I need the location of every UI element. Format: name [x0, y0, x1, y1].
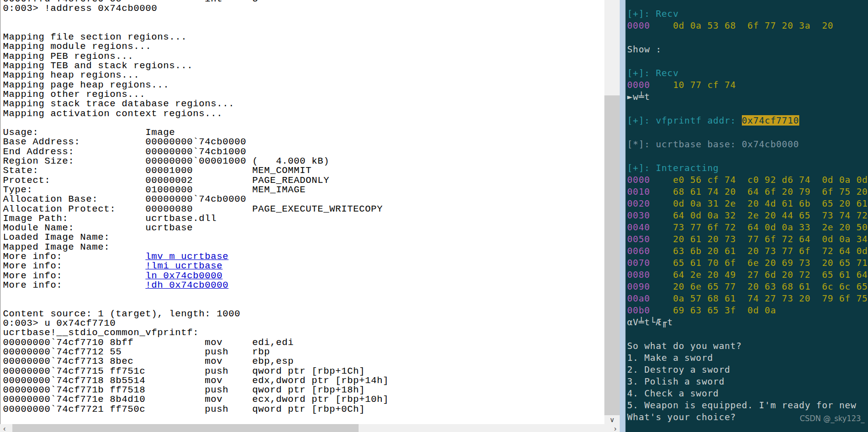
terminal-pane[interactable]: [+]: Recv0000 0d 0a 53 68 6f 77 20 3a 20… — [626, 0, 868, 432]
hexdump-row: 00b0 69 63 65 3f 0d 0a — [627, 304, 868, 316]
terminal-output-text: [+]: Recv0000 0d 0a 53 68 6f 77 20 3a 20… — [627, 8, 868, 423]
hex-offset: 0040 — [627, 222, 650, 232]
windbg-output-pane[interactable]: 00007ffd`74cf67e0 cc int 30:003> !addres… — [0, 0, 605, 424]
windbg-more-info-line: More info: !dh 0x74cb0000 — [3, 281, 389, 290]
hex-offset: 0050 — [627, 234, 650, 244]
terminal-line: 2. Destroy a sword — [627, 364, 868, 376]
hex-offset: 0000 — [627, 174, 650, 185]
hex-offset: 00a0 — [627, 293, 650, 303]
windbg-line: Mapping stack trace database regions... — [3, 99, 389, 109]
horizontal-scrollbar[interactable]: ‹ › — [0, 424, 620, 432]
status-tag-line: [+]: Recv — [627, 8, 679, 19]
windbg-line — [3, 14, 389, 23]
windbg-line: 0:003> !address 0x74cb0000 — [3, 4, 389, 13]
terminal-line: [+]: Interacting — [627, 162, 868, 174]
terminal-line: So what do you want? — [627, 340, 868, 352]
hex-offset: 0000 — [627, 80, 650, 90]
terminal-line — [627, 150, 868, 162]
terminal-line — [627, 328, 868, 340]
status-tag-line: [+]: Interacting — [627, 163, 719, 173]
hex-offset: 0030 — [627, 210, 650, 220]
chevron-down-icon: ∨ — [609, 416, 614, 423]
hex-bytes: 20 6e 65 77 20 63 68 61 6c 6c 65 — [650, 281, 868, 292]
terminal-line — [627, 55, 868, 67]
hexdump-row: 0070 65 61 70 6f 6e 20 69 73 20 65 71 — [627, 257, 868, 269]
hexdump-row: 0000 0d 0a 53 68 6f 77 20 3a 20 — [627, 20, 868, 32]
terminal-line: [+]: vfprintf addr: 0x74cf7710 — [627, 115, 868, 127]
hexdump-row: 0090 20 6e 65 77 20 63 68 61 6c 6c 65 — [627, 281, 868, 293]
windbg-line — [3, 290, 389, 300]
terminal-line — [627, 103, 868, 115]
windbg-line: Allocation Protect: 00000080 PAGE_EXECUT… — [3, 205, 389, 214]
terminal-line — [627, 32, 868, 43]
horizontal-scrollbar-thumb[interactable] — [12, 424, 359, 432]
hex-bytes: 63 6b 20 61 20 73 77 6f 72 64 0d — [650, 246, 868, 256]
vertical-scrollbar-thumb[interactable] — [604, 95, 620, 415]
windbg-line — [3, 300, 389, 309]
hex-bytes: 20 61 20 73 77 6f 72 64 0d 0a 34 — [650, 234, 868, 244]
windbg-line: 00000000`74cf7715 ff751c push qword ptr … — [3, 367, 389, 376]
scroll-right-button[interactable]: › — [611, 424, 620, 432]
hex-bytes: 73 77 6f 72 64 0d 0a 33 2e 20 50 — [650, 222, 868, 232]
windbg-link-dh-0x74cb0000[interactable]: !dh 0x74cb0000 — [145, 280, 228, 291]
windbg-line: State: 00001000 MEM_COMMIT — [3, 166, 389, 175]
terminal-line: [+]: Recv — [627, 67, 868, 79]
terminal-line: 1. Make a sword — [627, 352, 868, 364]
hex-offset: 0060 — [627, 246, 650, 256]
hexdump-row: 0010 68 61 74 20 64 6f 20 79 6f 75 20 — [627, 186, 868, 198]
hex-offset: 0010 — [627, 186, 650, 197]
hex-bytes: 68 61 74 20 64 6f 20 79 6f 75 20 — [650, 186, 868, 197]
hexdump-row: 0060 63 6b 20 61 20 73 77 6f 72 64 0d — [627, 245, 868, 257]
terminal-line: 5. Weapon is equipped. I'm ready for new — [627, 399, 868, 411]
hexdump-row: 00a0 0a 57 68 61 74 27 73 20 79 6f 75 — [627, 293, 868, 304]
windbg-line: 00000000`74cf7713 8bec mov ebp,esp — [3, 357, 389, 366]
hex-offset: 00b0 — [627, 305, 650, 315]
hexdump-row: 0000 10 77 cf 74 — [627, 79, 868, 91]
terminal-line: [+]: Recv — [627, 8, 868, 20]
terminal-line: αV╧t└Æ╓t — [627, 316, 868, 328]
hex-offset: 0020 — [627, 198, 650, 209]
hex-offset: 0070 — [627, 258, 650, 268]
terminal-line: Show : — [627, 43, 868, 55]
status-tag-line: [+]: Recv — [627, 68, 679, 78]
vertical-scrollbar[interactable]: ∨ — [604, 0, 620, 424]
terminal-line: ►w╧t — [627, 91, 868, 103]
chevron-left-icon: ‹ — [3, 425, 6, 432]
windbg-line: ucrtbase!__stdio_common_vfprintf: — [3, 328, 389, 338]
hexdump-row: 0080 64 2e 20 49 27 6d 20 72 65 61 64 — [627, 269, 868, 281]
windbg-line: Mapping heap regions... — [3, 71, 389, 80]
hex-bytes: 64 0d 0a 32 2e 20 44 65 73 74 72 — [650, 210, 868, 220]
scroll-left-button[interactable]: ‹ — [0, 424, 9, 432]
terminal-line: [*]: ucrtbase base: 0x74cb0000 — [627, 138, 868, 150]
terminal-line: 3. Polish a sword — [627, 376, 868, 388]
windbg-line-prefix: More info: — [3, 280, 145, 291]
hexdump-row: 0040 73 77 6f 72 64 0d 0a 33 2e 20 50 — [627, 221, 868, 233]
hex-bytes: e0 56 cf 74 c0 92 d6 74 0d 0a 0d — [650, 174, 868, 185]
terminal-scrollbar[interactable] — [620, 0, 626, 432]
info-tag-line: [*]: ucrtbase base: 0x74cb0000 — [627, 139, 799, 149]
hexdump-row: 0050 20 61 20 73 77 6f 72 64 0d 0a 34 — [627, 233, 868, 245]
hex-offset: 0080 — [627, 269, 650, 280]
chevron-right-icon: › — [614, 425, 617, 432]
windbg-output-text: 00007ffd`74cf67e0 cc int 30:003> !addres… — [3, 0, 389, 414]
hex-bytes: 0d 0a 31 2e 20 4d 61 6b 65 20 61 — [650, 198, 868, 209]
selected-address: 0x74cf7710 — [742, 115, 799, 126]
hex-bytes: 0d 0a 53 68 6f 77 20 3a 20 — [650, 20, 833, 31]
hex-bytes: 69 63 65 3f 0d 0a — [650, 305, 776, 315]
windbg-line: Mapping module regions... — [3, 42, 389, 51]
hex-bytes: 64 2e 20 49 27 6d 20 72 65 61 64 — [650, 269, 868, 280]
scroll-down-button[interactable]: ∨ — [604, 415, 620, 424]
csdn-watermark: CSDN @_sky123_ — [800, 414, 865, 423]
terminal-line: 4. Check a sword — [627, 388, 868, 399]
vfprintf-addr-label: [+]: vfprintf addr: — [627, 115, 742, 126]
windbg-line: Mapping activation context regions... — [3, 109, 389, 119]
windbg-line: Loaded Image Name: — [3, 233, 389, 242]
hex-bytes: 0a 57 68 61 74 27 73 20 79 6f 75 — [650, 293, 868, 303]
windbg-line: 00000000`74cf7721 ff750c push qword ptr … — [3, 405, 389, 414]
windbg-line: 00000000`74cf771e 8b4d10 mov ecx,dword p… — [3, 395, 389, 404]
terminal-line — [627, 127, 868, 138]
hex-offset: 0090 — [627, 281, 650, 292]
windbg-line: Base Address: 00000000`74cb0000 — [3, 137, 389, 147]
hexdump-row: 0000 e0 56 cf 74 c0 92 d6 74 0d 0a 0d — [627, 174, 868, 186]
hex-bytes: 10 77 cf 74 — [650, 80, 736, 90]
